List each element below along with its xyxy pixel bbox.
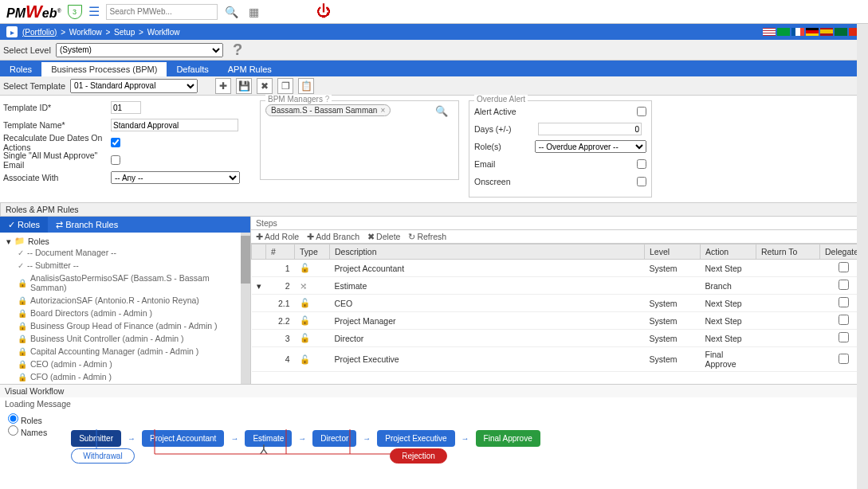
associate-dropdown[interactable]: -- Any --: [111, 171, 240, 184]
node-pe[interactable]: Project Executive: [377, 430, 454, 447]
days-input[interactable]: [538, 123, 642, 135]
roles-tree[interactable]: ▾📁Roles ✓-- Document Manager --✓-- Submi…: [0, 233, 250, 384]
radio-names[interactable]: Names: [8, 425, 47, 437]
overdue-onscreen-checkbox[interactable]: [637, 177, 646, 186]
table-row[interactable]: 2.2🔓Project ManagerSystemNext Step: [252, 312, 868, 330]
paste-button[interactable]: 📋: [298, 78, 314, 94]
tree-item[interactable]: ✓-- Document Manager --: [3, 246, 247, 259]
steps-header: Steps: [251, 217, 868, 230]
remove-tag-icon[interactable]: ×: [380, 106, 385, 115]
tree-item[interactable]: 🔒CFO (admin - Admin ): [3, 370, 247, 383]
workflow-diagram: Submitter → Project Accountant → Estimat…: [55, 410, 556, 466]
select-template-label: Select Template: [3, 81, 65, 91]
col-return[interactable]: Return To: [756, 244, 820, 260]
node-submitter[interactable]: Submitter: [71, 430, 121, 447]
associate-label: Associate With: [3, 173, 111, 182]
page-scrollbar[interactable]: [857, 24, 868, 466]
radio-roles[interactable]: Roles: [8, 413, 47, 425]
tab-defaults[interactable]: Defaults: [167, 62, 218, 76]
table-row[interactable]: 3🔓DirectorSystemNext Step: [252, 330, 868, 347]
table-row[interactable]: 4🔓Project ExecutiveSystemFinal Approve: [252, 347, 868, 372]
table-row[interactable]: ▾2⤨EstimateBranch: [252, 277, 868, 295]
grid-icon[interactable]: ▦: [246, 4, 262, 20]
recalc-checkbox[interactable]: [111, 138, 120, 147]
tree-root[interactable]: ▾📁Roles: [3, 236, 247, 246]
delete-button[interactable]: ✖: [257, 78, 273, 94]
tab-bpm[interactable]: Business Processes (BPM): [41, 62, 167, 76]
table-row[interactable]: 1🔓Project AccountantSystemNext Step: [252, 260, 868, 277]
node-final[interactable]: Final Approve: [476, 430, 540, 447]
recalc-label: Recalculate Due Dates On Actions: [3, 133, 111, 152]
table-row[interactable]: 2.1🔓CEOSystemNext Step: [252, 295, 868, 312]
arrow-icon: →: [363, 434, 371, 443]
col-level[interactable]: Level: [645, 244, 701, 260]
manager-tag[interactable]: Bassam.S - Bassam Samman×: [265, 104, 391, 116]
delegate-checkbox[interactable]: [839, 280, 849, 290]
delegate-checkbox[interactable]: [839, 262, 849, 272]
select-level-label: Select Level: [3, 45, 51, 55]
col-action[interactable]: Action: [701, 244, 756, 260]
flag-de[interactable]: [806, 28, 819, 36]
tree-item[interactable]: ✓-- Submitter --: [3, 259, 247, 272]
single-approve-checkbox[interactable]: [111, 155, 120, 165]
power-icon[interactable]: ⏻: [316, 3, 331, 20]
copy-button[interactable]: ❐: [277, 78, 293, 94]
tree-item[interactable]: 🔒CEO (admin - Admin ): [3, 358, 247, 370]
branch-icon: ⅄: [260, 442, 268, 457]
delegate-checkbox[interactable]: [839, 354, 849, 364]
help-icon[interactable]: ?: [233, 41, 242, 59]
breadcrumb-toggle-icon[interactable]: ▸: [6, 26, 18, 37]
delegate-checkbox[interactable]: [839, 332, 849, 342]
col-num[interactable]: #: [266, 244, 295, 260]
pill-withdrawal[interactable]: Withdrawal: [71, 448, 134, 464]
col-type[interactable]: Type: [295, 244, 330, 260]
overdue-roles-dropdown[interactable]: -- Overdue Approver --: [535, 140, 646, 153]
search-icon[interactable]: 🔍: [224, 4, 240, 20]
steps-toolbar: ✚ Add Role ✚ Add Branch ✖ Delete ↻ Refre…: [251, 230, 868, 244]
delete-step-button[interactable]: ✖ Delete: [367, 232, 400, 241]
tree-item[interactable]: 🔒AutorizacionSAF (Antonio.R - Antonio Re…: [3, 294, 247, 307]
tree-item[interactable]: 🔒Business Group Head of Finance (admin -…: [3, 319, 247, 332]
subtab-roles[interactable]: ✓Roles: [0, 217, 48, 233]
node-estimate[interactable]: Estimate: [245, 430, 292, 447]
tab-apm[interactable]: APM Rules: [218, 62, 281, 76]
manager-search-icon[interactable]: 🔍: [435, 105, 448, 117]
template-id-input[interactable]: [111, 101, 141, 114]
breadcrumb-workflow2[interactable]: Workflow: [147, 28, 180, 37]
flag-us[interactable]: [763, 28, 776, 36]
pill-rejection[interactable]: Rejection: [390, 448, 447, 464]
tree-item[interactable]: 🔒Business Unit Controller (admin - Admin…: [3, 332, 247, 345]
shield-icon[interactable]: 3: [68, 5, 82, 19]
alert-active-checkbox[interactable]: [637, 107, 646, 116]
tree-scrollbar[interactable]: [241, 233, 250, 384]
tree-item[interactable]: 🔒Capital Accounting Manager (admin - Adm…: [3, 345, 247, 358]
breadcrumb-setup[interactable]: Setup: [114, 28, 135, 37]
refresh-button[interactable]: ↻ Refresh: [408, 232, 446, 241]
node-director[interactable]: Director: [312, 430, 356, 447]
flag-br[interactable]: [777, 28, 790, 36]
overdue-email-checkbox[interactable]: [637, 159, 646, 169]
menu-icon[interactable]: ☰: [88, 4, 100, 19]
col-desc[interactable]: Description: [330, 244, 645, 260]
breadcrumb-workflow1[interactable]: Workflow: [69, 28, 102, 37]
flag-es[interactable]: [820, 28, 833, 36]
flag-fr[interactable]: [791, 28, 804, 36]
delegate-checkbox[interactable]: [839, 297, 849, 307]
delegate-checkbox[interactable]: [839, 315, 849, 325]
new-button[interactable]: ✚: [215, 78, 231, 94]
add-branch-button[interactable]: ✚ Add Branch: [307, 232, 359, 241]
flag-sa[interactable]: [835, 28, 847, 36]
select-template-dropdown[interactable]: 01 - Standard Approval: [70, 79, 198, 93]
save-button[interactable]: 💾: [236, 78, 252, 94]
tree-item[interactable]: 🔒AnalisisGastoPermisoSAF (Bassam.S - Bas…: [3, 272, 247, 294]
add-role-button[interactable]: ✚ Add Role: [256, 232, 299, 241]
select-level-dropdown[interactable]: (System): [56, 43, 223, 57]
tab-roles[interactable]: Roles: [0, 62, 41, 76]
search-input[interactable]: [106, 4, 218, 20]
template-name-input[interactable]: [111, 119, 238, 131]
node-pa[interactable]: Project Accountant: [142, 430, 224, 447]
subtab-branch[interactable]: ⇄Branch Rules: [48, 217, 126, 233]
steps-table: # Type Description Level Action Return T…: [251, 244, 868, 372]
breadcrumb-portfolio[interactable]: (Portfolio): [22, 28, 57, 37]
tree-item[interactable]: 🔒Board Directors (admin - Admin ): [3, 307, 247, 319]
